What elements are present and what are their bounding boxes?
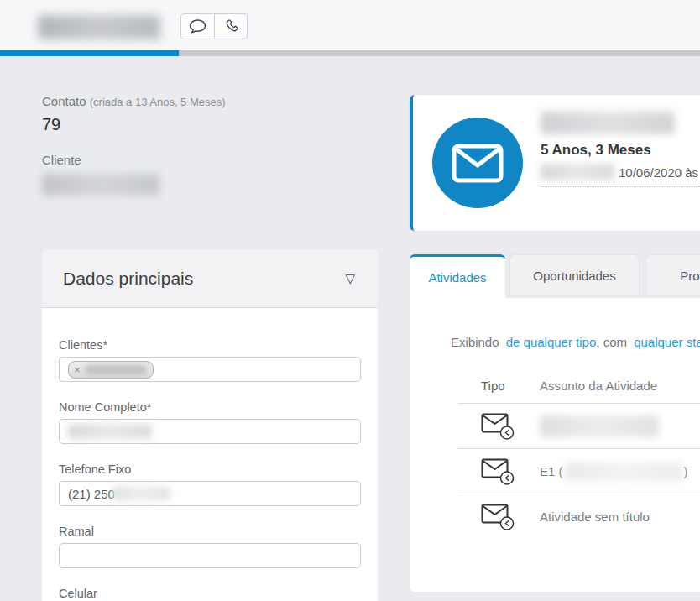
main-data-panel-title: Dados principais <box>63 269 193 289</box>
filter-status-link[interactable]: qualquer status <box>634 335 700 349</box>
column-header-tipo: Tipo <box>457 379 540 393</box>
email-received-icon <box>481 503 540 530</box>
ramal-label: Ramal <box>59 525 361 538</box>
contact-action-buttons <box>180 13 248 39</box>
email-received-icon <box>481 412 540 440</box>
main-data-form: Clientes* × Nome Completo* Telefone Fixo <box>42 308 378 600</box>
chat-bubble-icon <box>188 17 207 36</box>
subject-blurred <box>565 463 682 481</box>
tag-remove-icon[interactable]: × <box>74 364 81 375</box>
activities-table: Tipo Assunto da Atividade <box>457 368 700 539</box>
main-data-panel-header[interactable]: Dados principais ▽ <box>42 249 378 308</box>
topbar <box>0 0 700 50</box>
call-button[interactable] <box>214 14 247 39</box>
contact-name-blurred <box>38 15 160 39</box>
activity-row[interactable]: E1 ( ) <box>457 448 700 494</box>
tab-propostas[interactable]: Propostas <box>645 254 700 295</box>
field-celular: Celular <box>59 587 361 600</box>
subject-prefix: E1 ( <box>540 464 563 478</box>
filter-prefix: Exibindo <box>451 335 499 349</box>
contact-summary: Contato (criada a 13 Anos, 5 Meses) 79 C… <box>42 94 394 196</box>
nome-completo-label: Nome Completo* <box>59 400 361 414</box>
field-nome-completo: Nome Completo* <box>59 400 361 444</box>
activities-panel: Exibindo de qualquer tipo, com qualquer … <box>410 298 700 592</box>
client-value-blurred[interactable] <box>42 174 159 196</box>
contact-type-line: Contato (criada a 13 Anos, 5 Meses) <box>42 94 394 108</box>
activity-type-badge <box>432 118 523 208</box>
column-header-assunto: Assunto da Atividade <box>540 379 700 393</box>
celular-label: Celular <box>59 587 361 600</box>
last-activity-card[interactable]: 5 Anos, 3 Meses 10/06/2020 às <box>410 95 700 231</box>
activities-filter-line: Exibindo de qualquer tipo, com qualquer … <box>451 335 700 349</box>
progress-bar <box>0 50 700 56</box>
card-date-text: 10/06/2020 às <box>619 165 698 180</box>
chat-button[interactable] <box>181 14 214 39</box>
filter-separator: , com <box>596 335 627 349</box>
telefone-fixo-rest-blurred <box>112 486 170 501</box>
field-telefone-fixo: Telefone Fixo (21) 250 <box>59 463 361 506</box>
envelope-icon <box>452 144 504 183</box>
contact-type-label: Contato <box>42 94 86 108</box>
contact-created-meta: (criada a 13 Anos, 5 Meses) <box>90 96 226 108</box>
ramal-input[interactable] <box>59 543 361 568</box>
email-received-icon <box>481 457 540 485</box>
telefone-fixo-value: (21) 250 <box>68 487 115 501</box>
activity-tabs: Atividades Oportunidades Propostas <box>410 254 700 298</box>
triangle-down-icon[interactable]: ▽ <box>345 271 355 286</box>
card-duration: 5 Anos, 3 Meses <box>541 142 700 159</box>
activity-row[interactable]: Atividade sem título <box>457 494 700 539</box>
nome-completo-value-blurred <box>68 424 152 439</box>
crm-contact-page: Contato (criada a 13 Anos, 5 Meses) 79 C… <box>0 0 700 601</box>
clientes-label: Clientes* <box>59 338 361 352</box>
client-tag-blurred <box>86 365 146 374</box>
telefone-fixo-label: Telefone Fixo <box>59 463 361 476</box>
activity-row[interactable] <box>457 403 700 448</box>
card-title-blurred <box>541 112 675 134</box>
activities-table-header: Tipo Assunto da Atividade <box>457 368 700 403</box>
clientes-tag-input[interactable]: × <box>59 357 361 382</box>
subject-text: Atividade sem título <box>540 510 650 524</box>
telefone-fixo-input[interactable]: (21) 250 <box>59 481 361 506</box>
filter-type-link[interactable]: de qualquer tipo <box>506 335 597 349</box>
tab-atividades[interactable]: Atividades <box>410 254 505 298</box>
subject-blurred <box>540 415 659 437</box>
nome-completo-input[interactable] <box>59 419 361 444</box>
client-tag-chip[interactable]: × <box>68 361 154 379</box>
phone-icon <box>222 18 240 35</box>
field-ramal: Ramal <box>59 525 361 568</box>
field-clientes: Clientes* × <box>59 338 361 382</box>
contact-id: 79 <box>42 115 394 134</box>
card-date-label-blurred <box>541 164 614 180</box>
card-text-block: 5 Anos, 3 Meses 10/06/2020 às <box>541 112 700 187</box>
tab-oportunidades[interactable]: Oportunidades <box>509 254 640 295</box>
progress-bar-fill <box>0 50 179 56</box>
subject-suffix: ) <box>684 464 688 478</box>
card-date-line: 10/06/2020 às <box>541 164 700 187</box>
client-label: Cliente <box>42 153 394 167</box>
main-data-panel: Dados principais ▽ Clientes* × Nome Comp… <box>42 249 378 601</box>
